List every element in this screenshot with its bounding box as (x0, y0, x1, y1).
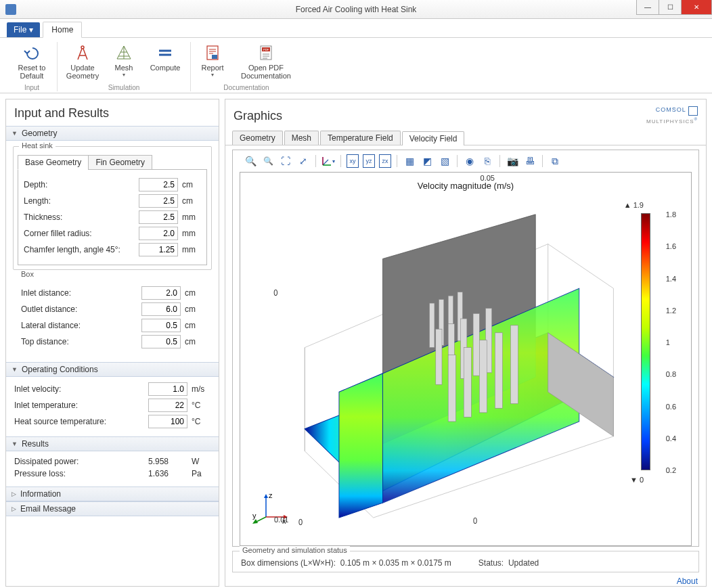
param-unit: W (192, 457, 210, 466)
param-input[interactable] (139, 227, 178, 240)
param-unit: cm (185, 304, 204, 314)
menu-tabs: File ▾ Home (0, 19, 712, 38)
minimize-button[interactable]: — (636, 0, 659, 15)
param-input[interactable] (141, 335, 181, 348)
param-input[interactable] (141, 302, 181, 316)
param-label: Top distance: (21, 337, 141, 346)
about-link[interactable]: About (225, 572, 706, 586)
colorbar (641, 213, 650, 470)
param-value: 5.958 (148, 457, 187, 466)
param-input[interactable] (139, 243, 178, 256)
graphics-tab-mesh[interactable]: Mesh (284, 131, 319, 145)
graphics-title: Graphics (233, 109, 282, 123)
param-input[interactable] (141, 319, 181, 332)
equals-icon (156, 43, 175, 62)
graphics-tab-geometry[interactable]: Geometry (232, 131, 283, 145)
view-zx-button[interactable]: zx (379, 154, 391, 168)
window-icon[interactable]: ⧉ (548, 154, 562, 168)
param-label: Length: (24, 196, 139, 206)
select-icon[interactable]: ◉ (463, 154, 476, 168)
param-input[interactable] (148, 382, 187, 396)
grid-icon[interactable]: ▦ (403, 154, 416, 168)
section-results[interactable]: ▼ Results (6, 436, 219, 451)
report-button[interactable]: Report ▾ (196, 42, 229, 81)
param-unit: cm (185, 288, 204, 298)
zoom-extents-icon[interactable]: ⤢ (296, 154, 310, 168)
maximize-button[interactable]: ☐ (659, 0, 682, 15)
param-label: Inlet distance: (21, 288, 141, 298)
plot-area[interactable]: 0.05 Velocity magnitude (m/s) (240, 172, 692, 546)
param-input[interactable] (139, 210, 178, 224)
svg-rect-23 (464, 348, 471, 417)
zoom-out-icon[interactable]: 🔍 (261, 154, 275, 168)
section-information[interactable]: ▷ Information (6, 487, 219, 501)
transparency-icon[interactable]: ▧ (438, 154, 451, 168)
param-row: Pressure loss:1.636Pa (14, 469, 210, 478)
param-row: Inlet velocity:m/s (14, 382, 210, 396)
param-row: Corner fillet radius:mm (24, 227, 201, 240)
axis-triad: zxy 0.01 (252, 491, 293, 533)
tab-fin-geometry[interactable]: Fin Geometry (88, 155, 152, 170)
copy-icon[interactable]: ⎘ (481, 154, 494, 168)
param-input[interactable] (148, 415, 187, 428)
compute-button[interactable]: Compute (146, 42, 185, 81)
param-input[interactable] (139, 178, 178, 191)
undo-icon (22, 43, 41, 62)
view-xy-button[interactable]: xy (347, 154, 359, 168)
svg-text:0: 0 (273, 288, 277, 298)
zoom-in-icon[interactable]: 🔍 (244, 154, 257, 168)
reset-to-default-button[interactable]: Reset to Default (12, 42, 51, 81)
home-tab[interactable]: Home (43, 22, 82, 38)
axis-triad-icon[interactable]: ▾ (321, 154, 335, 168)
section-geometry[interactable]: ▼ Geometry (6, 126, 219, 141)
close-button[interactable]: ✕ (681, 0, 712, 15)
svg-rect-22 (448, 355, 455, 422)
colorbar-tick: 0.6 (666, 403, 676, 411)
open-pdf-button[interactable]: PDF Open PDF Documentation (236, 42, 296, 81)
section-operating[interactable]: ▼ Operating Conditions (6, 362, 219, 377)
param-unit: mm (182, 229, 201, 238)
window-title: Forced Air Cooling with Heat Sink (296, 5, 417, 14)
ribbon: Reset to Default Input Update Geometry M… (0, 38, 712, 93)
param-input[interactable] (141, 286, 181, 300)
graphics-tab-temperature-field[interactable]: Temperature Field (320, 131, 401, 145)
geometry-status: Geometry and simulation status Box dimen… (232, 551, 699, 572)
param-row: Thickness:mm (24, 210, 201, 224)
param-unit: cm (185, 337, 204, 346)
svg-rect-2 (212, 55, 217, 59)
zoom-box-icon[interactable]: ⛶ (279, 154, 292, 168)
param-input[interactable] (139, 194, 178, 208)
file-menu[interactable]: File ▾ (7, 22, 40, 37)
print-icon[interactable]: 🖶 (523, 154, 537, 168)
svg-rect-13 (430, 303, 435, 348)
plot-title: Velocity magnitude (m/s) (418, 181, 514, 191)
param-unit: Pa (192, 469, 210, 478)
colorbar-tick: 0.4 (666, 434, 676, 443)
update-geometry-button[interactable]: Update Geometry (63, 42, 102, 81)
param-label: Pressure loss: (14, 469, 148, 478)
svg-marker-11 (339, 374, 383, 518)
param-row: Length:cm (24, 194, 201, 208)
param-row: Chamfer length, angle 45°:mm (24, 243, 201, 256)
pdf-icon: PDF (257, 43, 275, 62)
scene-light-icon[interactable]: ◩ (420, 154, 434, 168)
svg-text:PDF: PDF (263, 48, 269, 51)
svg-rect-20 (473, 313, 479, 376)
param-input[interactable] (148, 399, 187, 412)
chevron-down-icon: ▾ (211, 72, 214, 78)
param-unit: cm (182, 180, 201, 189)
colorbar-tick: 1 (666, 338, 676, 346)
snapshot-icon[interactable]: 📷 (506, 154, 519, 168)
right-panel: Graphics COMSOL MULTIPHYSICS® GeometryMe… (225, 99, 707, 587)
section-email[interactable]: ▷ Email Message (6, 501, 219, 516)
view-yz-button[interactable]: yz (363, 154, 375, 168)
param-row: Heat source temperature:°C (14, 415, 210, 428)
colorbar-min: ▼ 0 (630, 476, 644, 484)
svg-text:0: 0 (298, 517, 303, 525)
mesh-icon (114, 43, 133, 62)
param-unit: m/s (192, 384, 210, 394)
tab-base-geometry[interactable]: Base Geometry (18, 155, 89, 170)
collapse-icon: ▼ (12, 130, 18, 137)
mesh-button[interactable]: Mesh ▾ (109, 42, 139, 81)
graphics-tab-velocity-field[interactable]: Velocity Field (402, 131, 465, 145)
